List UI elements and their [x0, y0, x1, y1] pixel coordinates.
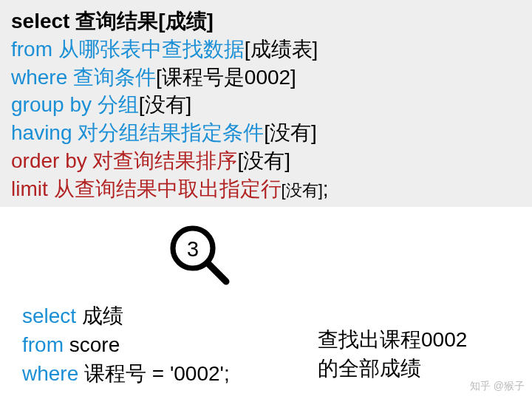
result-from: from score: [22, 330, 230, 359]
kw-from: from: [11, 38, 52, 61]
kw-orderby: order by: [11, 149, 87, 172]
line-where: where 查询条件[课程号是0002]: [11, 64, 521, 92]
bracket-from: [成绩表]: [245, 38, 318, 61]
line-limit: limit 从查询结果中取出指定行[没有];: [11, 175, 521, 203]
bracket-groupby: [没有]: [139, 93, 192, 116]
step-number: 3: [187, 237, 199, 261]
sql-template-block: select 查询结果[成绩] from 从哪张表中查找数据[成绩表] wher…: [0, 0, 532, 207]
txt-select2: 成绩: [76, 304, 123, 327]
txt-orderby: 对查询结果排序: [87, 149, 238, 172]
result-where: where 课程号 = '0002';: [22, 359, 230, 388]
txt-select: 查询结果: [69, 10, 158, 33]
txt-limit: 从查询结果中取出指定行: [48, 177, 282, 200]
line-orderby: order by 对查询结果排序[没有]: [11, 147, 521, 175]
bracket-orderby: [没有]: [238, 149, 291, 172]
line-from: from 从哪张表中查找数据[成绩表]: [11, 35, 521, 64]
line-having: having 对分组结果指定条件[没有]: [11, 119, 521, 147]
txt-where: 查询条件: [67, 66, 156, 89]
kw-groupby: group by: [11, 93, 92, 116]
bracket-limit: [没有]: [282, 181, 323, 200]
explanation-line2: 的全部成绩: [318, 354, 467, 383]
watermark: 知乎 @猴子: [470, 380, 525, 393]
kw-where: where: [11, 66, 67, 89]
txt-groupby: 分组: [92, 93, 139, 116]
line-select: select 查询结果[成绩]: [11, 7, 521, 35]
kw-having: having: [11, 121, 72, 144]
semicolon: ;: [323, 177, 329, 200]
kw-select2: select: [22, 304, 76, 327]
txt-where2: 课程号 = '0002';: [78, 362, 229, 385]
bracket-select: [成绩]: [158, 10, 214, 33]
kw-limit: limit: [11, 177, 48, 200]
kw-from2: from: [22, 333, 64, 356]
kw-select: select: [11, 10, 69, 33]
magnifier-icon: 3: [166, 222, 233, 288]
kw-where2: where: [22, 362, 78, 385]
bracket-having: [没有]: [264, 121, 317, 144]
svg-line-1: [208, 263, 226, 282]
result-select: select 成绩: [22, 301, 230, 330]
txt-having: 对分组结果指定条件: [72, 121, 265, 144]
explanation-line1: 查找出课程0002: [318, 325, 467, 354]
txt-from2: score: [64, 333, 120, 356]
explanation-block: 查找出课程0002 的全部成绩: [318, 325, 467, 383]
sql-result-block: select 成绩 from score where 课程号 = '0002';: [22, 301, 230, 389]
bracket-where: [课程号是0002]: [156, 66, 296, 89]
line-groupby: group by 分组[没有]: [11, 91, 521, 119]
txt-from: 从哪张表中查找数据: [52, 38, 245, 61]
